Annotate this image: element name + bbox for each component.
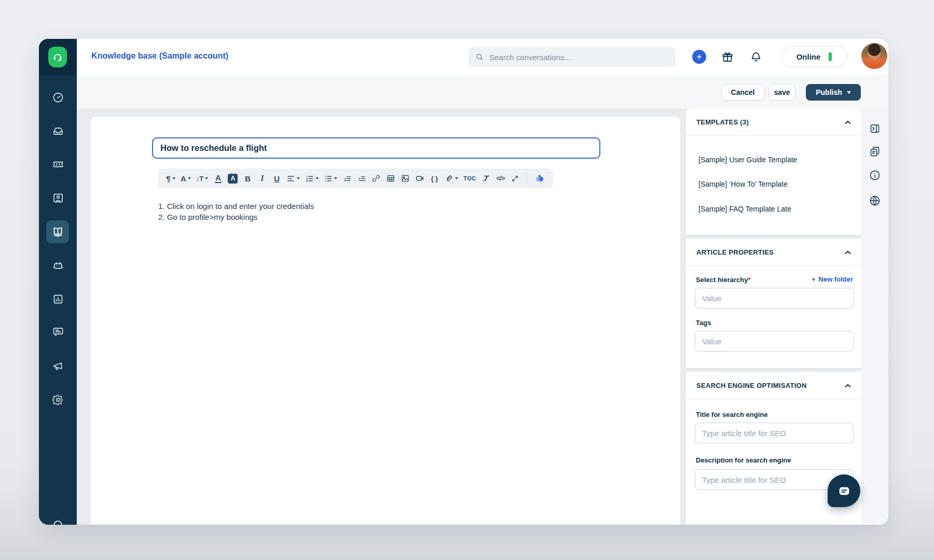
outdent-button[interactable]: [341, 171, 353, 186]
availability-toggle[interactable]: Online: [781, 46, 847, 67]
sidebar: [39, 39, 77, 525]
hierarchy-input[interactable]: [695, 288, 854, 309]
chevron-up-icon: [845, 120, 851, 124]
bar-chart-icon: [52, 293, 64, 305]
ordered-list-icon: [305, 174, 314, 183]
sidebar-item-knowledge-base[interactable]: [46, 220, 69, 243]
sidebar-item-inbox[interactable]: [39, 120, 77, 143]
bold-button[interactable]: B: [241, 171, 254, 186]
template-item[interactable]: [Sample] User Guide Template: [698, 156, 797, 166]
body-line: 2. Go to profile>my bookings: [158, 212, 314, 222]
new-folder-link[interactable]: +New folder: [812, 275, 853, 283]
sidebar-item-analytics[interactable]: [39, 288, 77, 311]
align-left-icon: [286, 174, 295, 183]
article-body[interactable]: 1. Click on login to and enter your cred…: [158, 201, 314, 222]
table-of-contents-button[interactable]: TOC: [462, 171, 478, 186]
ordered-list-button[interactable]: [304, 171, 320, 186]
whats-new-gift-button[interactable]: [720, 50, 735, 64]
outdent-icon: [343, 174, 352, 183]
templates-section-header[interactable]: TEMPLATES (3): [686, 109, 861, 136]
font-style-button[interactable]: A: [179, 171, 193, 186]
publish-button[interactable]: Publish: [806, 84, 861, 101]
avatar[interactable]: [861, 43, 887, 69]
article-properties-section-header[interactable]: ARTICLE PROPERTIES: [686, 239, 861, 266]
font-color-button[interactable]: A: [212, 171, 224, 186]
template-item[interactable]: [Sample] ‘How To’ Template: [698, 180, 788, 190]
align-button[interactable]: [285, 171, 301, 186]
sidebar-item-settings[interactable]: [39, 388, 77, 411]
sidebar-item-tickets[interactable]: [39, 153, 77, 176]
highlight-color-button[interactable]: A: [226, 171, 239, 186]
fullscreen-button[interactable]: [509, 171, 521, 186]
freddy-ai-button[interactable]: [532, 171, 547, 186]
section-separator: [686, 235, 861, 239]
dashboard-gauge-icon: [52, 91, 64, 104]
chat-lines-icon: [52, 326, 64, 338]
sidebar-item-campaigns[interactable]: [39, 355, 77, 377]
utility-strip: [861, 109, 888, 525]
italic-button[interactable]: I: [256, 171, 268, 186]
ticket-icon: [52, 158, 64, 171]
search-input[interactable]: Search conversations...: [469, 47, 676, 67]
article-properties-heading: ARTICLE PROPERTIES: [696, 248, 774, 256]
gear-icon: [52, 394, 64, 406]
bell-icon: [750, 51, 762, 63]
code-view-button[interactable]: </>: [495, 171, 507, 186]
globe-icon: [869, 194, 881, 207]
insert-video-button[interactable]: [414, 171, 426, 186]
paragraph-format-button[interactable]: ¶: [164, 171, 177, 186]
template-item[interactable]: [Sample] FAQ Template Late: [698, 205, 791, 215]
seo-title-input[interactable]: [695, 423, 854, 443]
insert-table-button[interactable]: [384, 171, 397, 186]
sidebar-item-dashboard[interactable]: [39, 86, 77, 109]
unordered-list-button[interactable]: [322, 171, 339, 186]
language-panel-button[interactable]: [869, 194, 881, 207]
content-area: ¶ A ↕T A A B I U: [77, 109, 888, 525]
megaphone-icon: [52, 360, 64, 372]
headset-icon: [52, 51, 63, 63]
chat-widget-launcher[interactable]: [828, 474, 860, 507]
tags-input[interactable]: [695, 331, 854, 352]
publish-label: Publish: [816, 88, 842, 96]
search-placeholder: Search conversations...: [489, 53, 571, 62]
freshchat-logo[interactable]: [48, 47, 67, 67]
desktop-background: Knowledge base (Sample account) Search c…: [0, 0, 934, 560]
search-icon: [475, 52, 484, 62]
sidebar-item-bots[interactable]: [39, 254, 77, 277]
editor-toolbar: ¶ A ↕T A A B I U: [158, 169, 553, 188]
sidebar-item-contacts[interactable]: [39, 187, 77, 209]
chevron-down-icon: [847, 91, 851, 94]
clear-format-icon: [482, 174, 491, 183]
indent-button[interactable]: [355, 171, 368, 186]
online-status-indicator: [829, 52, 832, 61]
sidebar-item-conversation-topics[interactable]: [39, 320, 77, 343]
tags-label: Tags: [696, 319, 711, 327]
templates-panel-button[interactable]: [869, 145, 881, 158]
underline-button[interactable]: U: [270, 171, 283, 186]
insert-image-button[interactable]: [399, 171, 411, 186]
page-title: Knowledge base (Sample account): [91, 51, 228, 61]
link-icon: [372, 174, 381, 183]
article-title-input[interactable]: [152, 137, 600, 159]
app-window: Knowledge base (Sample account) Search c…: [39, 39, 888, 525]
attach-file-button[interactable]: [443, 171, 460, 186]
cancel-button[interactable]: Cancel: [721, 84, 764, 101]
bullet-list-icon: [324, 174, 333, 183]
profile-icon-partial[interactable]: [53, 521, 62, 525]
add-new-button[interactable]: [692, 50, 706, 64]
notifications-button[interactable]: [749, 50, 763, 64]
seo-section-header[interactable]: SEARCH ENGINE OPTIMISATION: [686, 372, 861, 399]
templates-heading: TEMPLATES (3): [696, 118, 749, 126]
insert-link-button[interactable]: [370, 171, 382, 186]
toolbar-divider: [527, 173, 527, 184]
gift-icon: [721, 51, 734, 63]
select-hierarchy-label: Select hierarchy*: [696, 276, 751, 284]
font-size-button[interactable]: ↕T: [195, 171, 210, 186]
clear-formatting-button[interactable]: [480, 171, 492, 186]
info-panel-button[interactable]: [869, 169, 881, 181]
plus-icon: [696, 53, 703, 60]
save-button[interactable]: save: [768, 84, 795, 101]
insert-snippet-button[interactable]: { }: [428, 171, 441, 186]
expand-icon: [511, 174, 519, 183]
collapse-panel-button[interactable]: [869, 122, 881, 135]
